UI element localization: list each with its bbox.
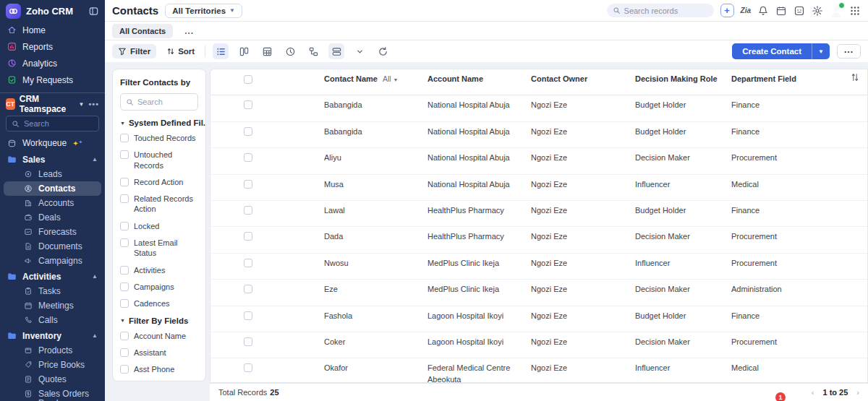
- table-view-icon[interactable]: [259, 43, 275, 59]
- filter-option-campaigns[interactable]: Campaigns: [120, 282, 198, 292]
- sidebar-item-price-books[interactable]: Price Books: [4, 358, 101, 372]
- cell-contact-name[interactable]: Babangida: [324, 122, 427, 140]
- global-search-input[interactable]: Search records: [607, 4, 714, 17]
- tab-more-icon[interactable]: ...: [184, 26, 194, 36]
- sidebar-item-tasks[interactable]: Tasks: [4, 284, 101, 298]
- row-checkbox[interactable]: [244, 285, 252, 293]
- checkbox[interactable]: [120, 266, 129, 275]
- zia-icon[interactable]: Zia: [741, 7, 751, 14]
- checkbox[interactable]: [120, 332, 129, 340]
- filter-option-locked[interactable]: Locked: [120, 221, 198, 231]
- alert-count-badge[interactable]: 1: [775, 392, 786, 401]
- teamspace-row[interactable]: CT CRM Teamspace ▼ •••: [0, 96, 105, 112]
- table-row[interactable]: AliyuNational Hospital AbujaNgozi EzeDec…: [210, 148, 867, 174]
- column-header-contact-name[interactable]: Contact NameAll ▼: [324, 69, 427, 87]
- table-row[interactable]: LawalHealthPlus PharmacyNgozi EzeBudget …: [210, 201, 867, 227]
- filter-option-assistant[interactable]: Assistant: [120, 348, 198, 358]
- checkbox[interactable]: [120, 222, 129, 230]
- cell-contact-name[interactable]: Fashola: [324, 306, 427, 324]
- column-header-department-field[interactable]: Department Field: [731, 69, 867, 87]
- filter-option-asst-phone[interactable]: Asst Phone: [120, 364, 198, 374]
- gear-icon[interactable]: [812, 5, 823, 17]
- sidebar-item-reports[interactable]: Reports: [0, 38, 105, 55]
- row-checkbox[interactable]: [244, 363, 252, 372]
- sidebar-item-campaigns[interactable]: Campaigns: [4, 254, 101, 268]
- sidebar-section-activities[interactable]: Activities▲: [0, 269, 105, 284]
- sidebar-section-sales[interactable]: Sales▲: [0, 152, 105, 167]
- quick-add-button[interactable]: +: [720, 4, 734, 17]
- checkbox[interactable]: [120, 348, 129, 357]
- table-row[interactable]: MusaNational Hospital AbujaNgozi EzeInfl…: [210, 175, 867, 201]
- filter-option-activities[interactable]: Activities: [120, 265, 198, 275]
- sidebar-search-input[interactable]: Search: [6, 116, 99, 131]
- territory-dropdown[interactable]: All Territories ▼: [165, 4, 242, 18]
- checkbox[interactable]: [120, 238, 129, 247]
- prev-page-icon[interactable]: ‹: [812, 388, 814, 397]
- sidebar-item-contacts[interactable]: Contacts: [4, 181, 101, 196]
- filter-search-input[interactable]: Search: [120, 93, 198, 111]
- list-view-icon[interactable]: [213, 43, 229, 59]
- table-row[interactable]: NwosuMedPlus Clinic IkejaNgozi EzeInflue…: [210, 254, 867, 280]
- refresh-icon[interactable]: [375, 43, 391, 59]
- row-checkbox[interactable]: [244, 259, 252, 267]
- cell-contact-name[interactable]: Lawal: [324, 201, 427, 219]
- filter-option-cadences[interactable]: Cadences: [120, 298, 198, 309]
- row-checkbox[interactable]: [244, 337, 252, 346]
- checkbox[interactable]: [120, 194, 129, 203]
- next-page-icon[interactable]: ›: [856, 388, 859, 397]
- sidebar-item-home[interactable]: Home: [0, 22, 105, 38]
- collapse-sidebar-icon[interactable]: [88, 6, 99, 17]
- cell-contact-name[interactable]: Nwosu: [324, 254, 427, 272]
- split-view-icon[interactable]: [328, 43, 344, 59]
- sidebar-item-forecasts[interactable]: Forecasts: [4, 225, 101, 239]
- row-checkbox[interactable]: [244, 127, 252, 136]
- table-row[interactable]: DadaHealthPlus PharmacyNgozi EzeDecision…: [210, 227, 867, 253]
- views-chevron-down-icon[interactable]: [352, 43, 367, 59]
- checkbox[interactable]: [120, 178, 129, 186]
- table-row[interactable]: BabangidaNational Hospital AbujaNgozi Ez…: [210, 122, 867, 148]
- column-header-contact-owner[interactable]: Contact Owner: [531, 69, 635, 87]
- table-row[interactable]: BabangidaNational Hospital AbujaNgozi Ez…: [210, 95, 867, 121]
- checkbox[interactable]: [120, 283, 129, 291]
- sidebar-item-deals[interactable]: Deals: [4, 210, 101, 225]
- filter-option-latest-email-status[interactable]: Latest Email Status: [120, 238, 198, 259]
- sidebar-item-quotes[interactable]: Quotes: [4, 372, 101, 387]
- filter-option-account-name[interactable]: Account Name: [120, 331, 198, 341]
- filter-button[interactable]: Filter: [112, 44, 156, 59]
- column-header-decision-making-role[interactable]: Decision Making Role: [635, 69, 731, 87]
- cell-contact-name[interactable]: Aliyu: [324, 148, 427, 166]
- sort-button[interactable]: Sort: [163, 44, 197, 59]
- row-checkbox[interactable]: [244, 180, 252, 189]
- contact-name-filter-dropdown[interactable]: All ▼: [383, 74, 399, 85]
- table-row[interactable]: FasholaLagoon Hospital IkoyiNgozi EzeBud…: [210, 306, 867, 332]
- table-row[interactable]: OkaforFederal Medical Centre AbeokutaNgo…: [210, 358, 867, 383]
- tab-all-contacts[interactable]: All Contacts: [112, 24, 173, 38]
- cell-contact-name[interactable]: Eze: [324, 280, 427, 298]
- row-checkbox[interactable]: [244, 100, 252, 109]
- select-all-checkbox[interactable]: [244, 75, 252, 84]
- filter-option-connected-to[interactable]: Connected To: [120, 381, 198, 381]
- row-checkbox[interactable]: [244, 153, 252, 162]
- filter-section-header[interactable]: ▼System Defined Fil...: [120, 118, 198, 127]
- teamspace-more-icon[interactable]: •••: [88, 100, 99, 108]
- timeline-view-icon[interactable]: [282, 43, 298, 59]
- checkbox[interactable]: [120, 134, 129, 142]
- feedback-icon[interactable]: [793, 5, 805, 17]
- calendar-icon[interactable]: [775, 5, 787, 17]
- filter-option-record-action[interactable]: Record Action: [120, 177, 198, 187]
- filter-option-related-records-action[interactable]: Related Records Action: [120, 194, 198, 215]
- toolbar-more-button[interactable]: ...: [837, 44, 861, 59]
- filter-option-touched-records[interactable]: Touched Records: [120, 133, 198, 143]
- create-contact-caret[interactable]: ▼: [812, 43, 830, 59]
- sidebar-item-products[interactable]: Products: [4, 343, 101, 358]
- hierarchy-view-icon[interactable]: [305, 43, 321, 59]
- sidebar-item-leads[interactable]: Leads: [4, 167, 101, 181]
- cell-contact-name[interactable]: Coker: [324, 332, 427, 350]
- row-checkbox[interactable]: [244, 232, 252, 241]
- row-checkbox[interactable]: [244, 311, 252, 320]
- checkbox[interactable]: [120, 365, 129, 374]
- cell-contact-name[interactable]: Musa: [324, 175, 427, 193]
- sidebar-item-meetings[interactable]: Meetings: [4, 298, 101, 313]
- cell-contact-name[interactable]: Okafor: [324, 358, 427, 376]
- checkbox[interactable]: [120, 299, 129, 308]
